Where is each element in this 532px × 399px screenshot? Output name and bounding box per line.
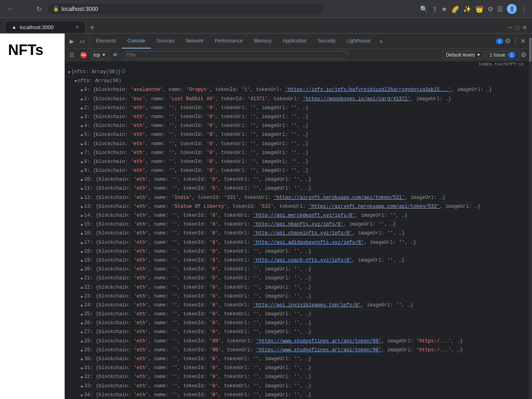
top-selector[interactable]: top ▼ [91, 51, 109, 59]
line-content: 17: {blockchain: 'eth', name: '', tokenI… [84, 239, 529, 247]
stop-recording-button[interactable]: ⛔ [78, 51, 89, 59]
chrome-menu-icon[interactable]: ⋮ [521, 5, 527, 13]
expand-arrow[interactable]: ► [81, 321, 83, 327]
sidebar-toggle-button[interactable]: ☰ [67, 51, 76, 59]
expand-arrow[interactable]: ► [81, 186, 83, 192]
expand-arrow[interactable]: ► [81, 276, 83, 282]
expand-arrow[interactable]: ► [81, 204, 83, 211]
expand-arrow[interactable]: ► [81, 329, 83, 336]
minimize-icon[interactable]: ─ [509, 24, 513, 31]
line-content: 16: {blockchain: 'eth', name: '', tokenI… [84, 230, 529, 237]
devtools-close-icon[interactable]: ✕ [520, 37, 526, 45]
nav-back-button[interactable]: ← [5, 4, 16, 14]
puzzle-icon[interactable]: ⚙ [487, 5, 493, 13]
more-tabs-button[interactable]: » [376, 34, 386, 49]
expand-arrow[interactable]: ► [81, 177, 83, 184]
expand-arrow-nfts[interactable]: ▼ [74, 78, 77, 85]
line-content: 0: {blockchain: 'avalanche', name: 'Drop… [84, 86, 529, 94]
address-text[interactable]: localhost:3000 [61, 6, 98, 12]
line-content: 32: {blockchain: 'eth', name: '', tokenI… [84, 373, 529, 381]
browser-chrome: ← → ↻ 🔓 localhost:3000 🔍 ⇧ ★ 🌈 ✨ 👑 ⚙ ☰ 👤… [0, 0, 532, 18]
share-icon[interactable]: ⇧ [432, 5, 437, 13]
expand-arrow[interactable]: ► [81, 87, 83, 94]
tab-performance[interactable]: Performance [209, 34, 248, 49]
expand-arrow[interactable]: ► [81, 303, 83, 309]
extension-icon-3[interactable]: 👑 [475, 5, 483, 13]
expand-arrow[interactable]: ► [81, 348, 83, 354]
expand-arrow[interactable]: ► [81, 249, 83, 255]
close-window-icon[interactable]: ✕ [522, 24, 527, 31]
source-link[interactable]: index.tsx?07ff:11 [479, 62, 524, 67]
expand-arrow[interactable]: ► [81, 294, 83, 300]
bookmark-icon[interactable]: ★ [441, 5, 447, 13]
expand-arrow[interactable]: ► [81, 393, 83, 399]
tab-lighthouse[interactable]: Lighthouse [341, 34, 376, 49]
expand-arrow[interactable]: ► [81, 267, 83, 273]
expand-arrow[interactable]: ► [81, 159, 83, 166]
expand-arrow[interactable]: ► [81, 168, 83, 175]
tab-memory[interactable]: Memory [248, 34, 277, 49]
eye-button[interactable]: 👁 [110, 51, 120, 59]
expand-arrow-root[interactable]: ▼ [68, 70, 70, 76]
profile-avatar[interactable]: 👤 [507, 4, 517, 14]
expand-arrow[interactable]: ► [81, 258, 83, 264]
list-item: ►28: {blockchain: 'eth', name: '', token… [65, 337, 529, 346]
sidebar-icon[interactable]: ☰ [497, 5, 503, 13]
nav-forward-button[interactable]: → [19, 4, 31, 14]
new-tab-button[interactable]: + [86, 22, 99, 33]
list-item: ►13: {blockchain: 'eth', name: 'Statue O… [65, 203, 529, 211]
issue-badge-container[interactable]: 1 Issue: 1 [486, 51, 519, 59]
device-icon[interactable]: ▭ [77, 36, 87, 46]
tab-network[interactable]: Network [180, 34, 209, 49]
inspect-icon[interactable]: ▶ [67, 36, 76, 46]
devtools-scrollbar[interactable] [529, 34, 532, 399]
tab-elements[interactable]: Elements [90, 34, 122, 49]
page-content: NFTs [0, 34, 65, 399]
tab-security[interactable]: Security [312, 34, 341, 49]
expand-arrow[interactable]: ► [81, 150, 83, 157]
expand-arrow[interactable]: ► [81, 132, 83, 139]
expand-arrow[interactable]: ► [81, 213, 83, 220]
expand-arrow[interactable]: ► [81, 222, 83, 228]
expand-arrow[interactable]: ► [81, 384, 83, 390]
console-output[interactable]: index.tsx?07ff:11 ▼ {nfts: Array(50)} ⓘ … [65, 61, 529, 399]
maximize-icon[interactable]: □ [516, 24, 519, 31]
console-filter-input[interactable] [122, 51, 348, 59]
expand-arrow[interactable]: ► [81, 240, 83, 247]
list-item: ►30: {blockchain: 'eth', name: '', token… [65, 355, 529, 364]
expand-arrow[interactable]: ► [81, 106, 83, 112]
issue-label: 1 Issue: [490, 52, 507, 58]
browser-tab[interactable]: ▲ localhost:3000 × [5, 21, 86, 33]
devtools-more-icon[interactable]: ⋮ [512, 37, 519, 45]
expand-arrow[interactable]: ► [81, 312, 83, 318]
devtools-settings-icon[interactable]: ⚙ [505, 37, 511, 45]
default-levels-selector[interactable]: Default levels ▼ [442, 51, 484, 59]
expand-arrow[interactable]: ► [81, 339, 83, 345]
expand-arrow[interactable]: ► [81, 285, 83, 291]
expand-arrow[interactable]: ► [81, 97, 83, 103]
expand-arrow[interactable]: ► [81, 141, 83, 148]
tab-application[interactable]: Application [277, 34, 312, 49]
expand-arrow[interactable]: ► [81, 374, 83, 381]
list-item: ►21: {blockchain: 'eth', name: '', token… [65, 274, 529, 283]
extension-icon-1[interactable]: 🌈 [451, 5, 459, 13]
expand-arrow[interactable]: ► [81, 195, 83, 202]
expand-arrow[interactable]: ► [81, 357, 83, 363]
tab-close-button[interactable]: × [76, 24, 79, 30]
nav-reload-button[interactable]: ↻ [34, 4, 44, 15]
expand-arrow[interactable]: ► [81, 365, 83, 372]
root-label: {nfts: Array(50)} [71, 68, 121, 76]
extension-icon-2[interactable]: ✨ [463, 5, 471, 13]
line-content: 25: {blockchain: 'eth', name: '', tokenI… [84, 310, 529, 318]
expand-arrow[interactable]: ► [81, 231, 83, 237]
expand-arrow[interactable]: ► [81, 114, 83, 121]
console-badge[interactable]: 1 [496, 38, 503, 44]
tab-favicon: ▲ [12, 24, 17, 30]
tab-console[interactable]: Console [122, 34, 151, 49]
console-settings-icon[interactable]: ⚙ [521, 51, 526, 59]
list-item: ►14: {blockchain: 'eth', name: '', token… [65, 211, 529, 220]
search-icon[interactable]: 🔍 [420, 5, 428, 13]
tab-sources[interactable]: Sources [151, 34, 180, 49]
expand-arrow[interactable]: ► [81, 123, 83, 130]
list-item: ►6: {blockchain: 'eth', name: '', tokenI… [65, 140, 529, 149]
